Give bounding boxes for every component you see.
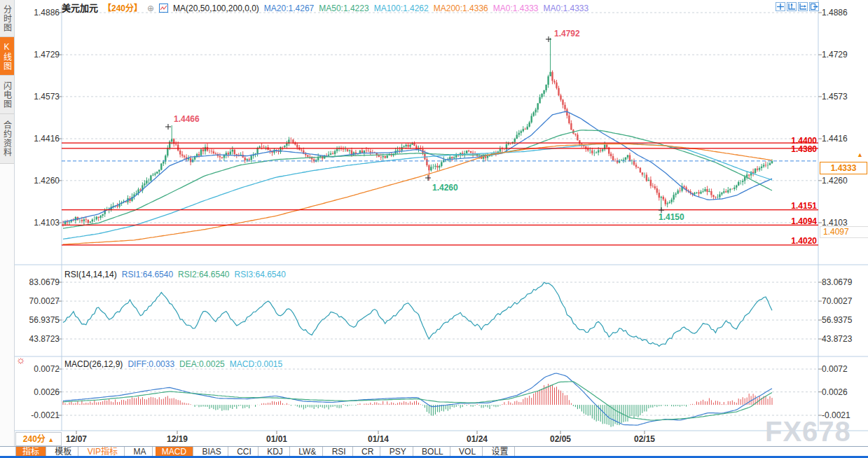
sidebar-item-time-chart[interactable]: 分时图 — [0, 0, 14, 37]
sr-level-label: 1.4380 — [773, 144, 817, 154]
macd-axis-left-tick: -0.0021 — [20, 410, 60, 420]
toolbar-kdj-button[interactable]: KDJ — [261, 447, 290, 457]
macd-axis-right-tick: 0.0072 — [822, 364, 865, 374]
secondary-price-badge: 1.4097 — [820, 226, 868, 238]
sidebar: 分时图 K线图 闪电图 合约资料 — [0, 0, 15, 458]
chart-header: 美元加元【240分】⊕MA(20,50,100,200,0,0)MA20:1.4… — [62, 1, 593, 14]
toolbar-vol-button[interactable]: VOL — [453, 447, 483, 457]
macd-axis-right-tick: 0.0026 — [822, 387, 865, 397]
main-axis-right-tick: 1.4416 — [822, 134, 865, 144]
trading-app-window: 分时图 K线图 闪电图 合约资料 美元加元【240分】⊕MA(20,50,100… — [0, 0, 868, 458]
macd-header: MACD(26,12,9)DIFF:0.0033DEA:0.0025MACD:0… — [64, 359, 287, 369]
low-annotation: 1.4150 — [659, 212, 684, 222]
price-up-arrow-icon: ▲ — [857, 151, 863, 158]
symbol-title: 美元加元 — [62, 3, 98, 13]
sidebar-item-lightning-chart[interactable]: 闪电图 — [0, 76, 14, 114]
low-annotation: 1.4260 — [432, 183, 458, 193]
toolbar-boll-button[interactable]: BOLL — [415, 447, 450, 457]
main-axis-left-tick: 1.4103 — [20, 218, 60, 228]
rsi-axis-left-tick: 83.0679 — [20, 277, 60, 287]
sidebar-item-contract-info[interactable]: 合约资料 — [0, 114, 14, 164]
sidebar-item-label: 合约资料 — [1, 120, 13, 157]
toolbar-settings-button[interactable]: 设置 — [485, 447, 515, 457]
rsi-header: RSI(14,14,14)RSI1:64.6540RSI2:64.6540RSI… — [64, 270, 291, 279]
ma0-value-2: MA0:1.4333 — [543, 4, 588, 13]
main-axis-right-tick: 1.4729 — [822, 50, 865, 60]
main-axis-right-tick: 1.4260 — [822, 176, 865, 186]
macd-axis-left-tick: 0.0072 — [20, 364, 60, 374]
rsi-axis-left-tick: 56.9375 — [20, 315, 60, 325]
sr-level-label: 1.4151 — [773, 201, 817, 211]
toolbar-bias-button[interactable]: BIAS — [195, 447, 228, 457]
ma0-value-1: MA0:1.4333 — [493, 4, 539, 13]
period-selector[interactable]: 240分 ▲ — [15, 432, 62, 446]
ma100-value: MA100:1.4262 — [374, 4, 429, 13]
toolbar-indicators-button[interactable]: 指标 — [15, 447, 46, 457]
sr-level-label: 1.4094 — [773, 216, 817, 226]
main-axis-right-tick: 1.4573 — [822, 92, 865, 102]
high-annotation: 1.4792 — [554, 29, 580, 39]
toolbar-rsi-button[interactable]: RSI — [326, 447, 353, 457]
date-tick: 02/05 — [546, 434, 574, 444]
ma200-value: MA200:1.4336 — [434, 4, 488, 13]
date-tick: 01/24 — [463, 434, 491, 444]
date-tick: 01/01 — [263, 434, 291, 444]
main-axis-left-tick: 1.4573 — [20, 92, 60, 102]
date-tick: 01/14 — [364, 434, 392, 444]
toolbar-lwr-button[interactable]: LW& — [292, 447, 323, 457]
rsi-axis-right-tick: 83.0679 — [822, 277, 865, 287]
rsi-axis-right-tick: 70.0027 — [822, 296, 865, 306]
toolbar-cci-button[interactable]: CCI — [230, 447, 259, 457]
macd-axis-left-tick: 0.0026 — [20, 387, 60, 397]
toolbar-psy-button[interactable]: PSY — [383, 447, 413, 457]
high-annotation: 1.4466 — [174, 114, 200, 124]
toolbar-macd-button[interactable]: MACD — [156, 447, 193, 457]
sidebar-item-label: K线图 — [1, 42, 13, 71]
zoom-vertical-icon[interactable] — [787, 2, 797, 11]
sidebar-item-label: 闪电图 — [1, 81, 13, 109]
rsi1-value: RSI1:64.6540 — [122, 270, 173, 279]
macd-value: MACD:0.0015 — [230, 359, 282, 369]
main-axis-left-tick: 1.4886 — [20, 8, 60, 18]
main-axis-left-tick: 1.4416 — [20, 134, 60, 144]
zoom-horizontal-icon[interactable] — [798, 2, 808, 11]
chart-canvas[interactable] — [0, 0, 868, 458]
dea-value: DEA:0.0025 — [179, 359, 225, 369]
rsi-axis-right-tick: 56.9375 — [822, 315, 865, 325]
toolbar-cr-button[interactable]: CR — [355, 447, 380, 457]
diff-value: DIFF:0.0033 — [128, 359, 174, 369]
main-axis-left-tick: 1.4260 — [20, 176, 60, 186]
rsi-axis-right-tick: 43.8723 — [822, 334, 865, 344]
ma-formula: MA(20,50,100,200,0,0) — [173, 4, 259, 13]
main-axis-left-tick: 1.4729 — [20, 50, 60, 60]
toolbar-templates-button[interactable]: 模板 — [48, 447, 78, 457]
circle-plus-icon[interactable]: ⊕ — [147, 4, 154, 13]
sidebar-item-label: 分时图 — [1, 5, 13, 32]
toolbar-ma-button[interactable]: MA — [127, 447, 153, 457]
indicator-toolbar: 指标 模板 VIP指标 MA MACD BIAS CCI KDJ LW& RSI… — [0, 446, 868, 456]
main-axis-right-tick: 1.4886 — [822, 8, 865, 18]
ma50-value: MA50:1.4223 — [319, 4, 368, 13]
period-label: 240分 — [23, 434, 46, 444]
date-tick: 12/07 — [62, 434, 90, 444]
period-badge: 【240分】 — [103, 4, 142, 13]
rsi3-value: RSI3:64.6540 — [235, 270, 286, 279]
rsi-axis-left-tick: 43.8723 — [20, 334, 60, 344]
date-tick: 12/19 — [163, 434, 191, 444]
macd-title: MACD(26,12,9) — [64, 359, 123, 369]
chevron-up-icon: ▲ — [48, 436, 54, 443]
date-tick: 02/15 — [631, 434, 659, 444]
rsi2-value: RSI2:64.6540 — [178, 270, 229, 279]
ma20-value: MA20:1.4267 — [264, 4, 314, 13]
toolbar-vip-indicators-button[interactable]: VIP指标 — [81, 447, 125, 457]
rsi-title: RSI(14,14,14) — [64, 270, 117, 279]
expand-right-icon[interactable] — [809, 2, 819, 11]
current-price-badge: 1.4333 — [820, 162, 867, 174]
rsi-axis-left-tick: 70.0027 — [20, 296, 60, 306]
crosshair-tool-icon[interactable] — [776, 2, 785, 11]
watermark: FX678 — [765, 416, 851, 447]
chart-type-icon[interactable] — [159, 4, 168, 13]
sr-level-label: 1.4020 — [773, 236, 817, 246]
sidebar-item-kline-chart[interactable]: K线图 — [0, 37, 14, 76]
